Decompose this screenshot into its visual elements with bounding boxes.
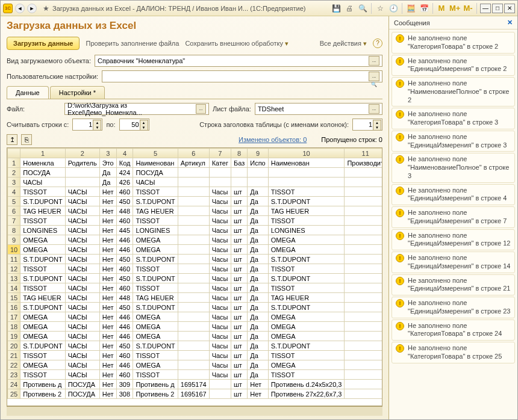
grid-cell[interactable]: LONGINES (268, 226, 345, 235)
grid-cell[interactable]: Часы (209, 303, 231, 312)
print-icon[interactable]: 🖨 (344, 3, 355, 14)
grid-cell[interactable]: 450 (116, 274, 133, 283)
grid-cell[interactable]: TISSOT (268, 264, 345, 274)
grid-cell[interactable] (65, 168, 99, 178)
grid-cell[interactable]: 460 (116, 216, 133, 226)
grid-cell[interactable] (178, 197, 209, 206)
grid-cell[interactable] (345, 274, 382, 283)
grid-cell[interactable]: 446 (116, 332, 133, 341)
grid-cell[interactable]: Часы (209, 226, 231, 235)
grid-cell[interactable]: ЧАСЫ (65, 197, 99, 206)
message-item[interactable]: !Не заполнено поле "ЕдиницаИзмерения" в … (392, 297, 515, 318)
grid-cell[interactable] (345, 380, 382, 389)
grid-cell[interactable]: TISSOT (20, 264, 65, 274)
grid-cell[interactable] (345, 255, 382, 264)
grid-col-num[interactable]: 5 (133, 149, 178, 158)
grid-cell[interactable]: 1695174 (178, 380, 209, 389)
grid-row-header[interactable]: 17 (8, 312, 20, 322)
grid-cell[interactable]: Да (248, 370, 268, 380)
grid-cell[interactable]: ЧАСЫ (65, 322, 99, 332)
nav-fwd-button[interactable]: ► (27, 4, 37, 13)
grid-cell[interactable]: Да (248, 255, 268, 264)
grid-cell[interactable]: S.T.DUPONT (133, 303, 178, 312)
grid-cell[interactable]: Нет (99, 245, 116, 255)
grid-row-header[interactable]: 21 (8, 351, 20, 360)
grid-cell[interactable] (178, 322, 209, 332)
grid-header-cell[interactable]: Катег (209, 158, 231, 168)
grid-row-header[interactable]: 9 (8, 235, 20, 245)
grid-cell[interactable]: TISSOT (268, 187, 345, 197)
grid-cell[interactable]: Нет (99, 332, 116, 341)
grid-cell[interactable]: TAG HEUER (133, 206, 178, 216)
grid-cell[interactable]: Нет (99, 312, 116, 322)
grid-header-cell[interactable]: Испо (248, 158, 268, 168)
grid-cell[interactable]: S.T.DUPONT (20, 341, 65, 351)
grid-col-num[interactable]: 4 (116, 149, 133, 158)
tab-settings[interactable]: Настройки * (50, 86, 105, 99)
grid-cell[interactable]: ЧАСЫ (65, 351, 99, 360)
grid-cell[interactable]: ЧАСЫ (65, 312, 99, 322)
grid-cell[interactable]: TISSOT (20, 370, 65, 380)
grid-cell[interactable] (345, 303, 382, 312)
grid-cell[interactable]: Да (248, 322, 268, 332)
grid-cell[interactable]: шт (231, 370, 247, 380)
grid-cell[interactable]: шт (231, 351, 247, 360)
save-processing-button[interactable]: Сохранить внешнюю обработку (185, 40, 289, 48)
grid-cell[interactable] (248, 178, 268, 187)
grid-cell[interactable]: OMEGA (268, 235, 345, 245)
grid-cell[interactable]: Да (99, 168, 116, 178)
grid-header-cell[interactable]: Наименован (268, 158, 345, 168)
grid-cell[interactable]: 446 (116, 360, 133, 370)
grid-cell[interactable] (248, 168, 268, 178)
grid-cell[interactable]: TAG HEUER (268, 206, 345, 216)
grid-row-header[interactable]: 10 (8, 245, 20, 255)
data-grid[interactable]: 1234567891011121НоменклаРодительЭтоКодНа… (7, 147, 382, 406)
grid-cell[interactable]: S.T.DUPONT (133, 255, 178, 264)
grid-cell[interactable]: 450 (116, 341, 133, 351)
grid-cell[interactable]: S.T.DUPONT (20, 303, 65, 312)
grid-cell[interactable]: TISSOT (133, 216, 178, 226)
grid-cell[interactable]: шт (231, 389, 247, 399)
grid-cell[interactable]: 460 (116, 187, 133, 197)
grid-cell[interactable]: TISSOT (133, 187, 178, 197)
grid-row-header[interactable]: 14 (8, 283, 20, 293)
grid-cell[interactable]: TISSOT (268, 370, 345, 380)
grid-cell[interactable]: OMEGA (20, 235, 65, 245)
grid-cell[interactable]: Нет (248, 380, 268, 389)
message-item[interactable]: !Не заполнено поле "ЕдиницаИзмерения" в … (392, 252, 515, 273)
grid-cell[interactable] (345, 216, 382, 226)
grid-cell[interactable]: Да (248, 341, 268, 351)
calculator-icon[interactable]: 🧮 (405, 3, 416, 14)
grid-cell[interactable]: Часы (209, 216, 231, 226)
grid-row-header[interactable]: 4 (8, 187, 20, 197)
check-fill-button[interactable]: Проверить заполнение файла (86, 40, 179, 47)
grid-cell[interactable]: шт (231, 293, 247, 303)
grid-row-header[interactable]: 13 (8, 274, 20, 283)
grid-tool-up-icon[interactable]: ↥ (7, 134, 17, 145)
grid-cell[interactable]: Часы (209, 274, 231, 283)
grid-cell[interactable] (178, 226, 209, 235)
calendar-icon[interactable]: 📅 (419, 3, 429, 14)
grid-cell[interactable]: OMEGA (268, 332, 345, 341)
all-actions-button[interactable]: Все действия (320, 40, 367, 48)
grid-cell[interactable]: Да (248, 332, 268, 341)
grid-cell[interactable]: Да (248, 235, 268, 245)
message-item[interactable]: !Не заполнено поле "НаименованиеПолное" … (392, 77, 515, 107)
grid-cell[interactable]: OMEGA (20, 322, 65, 332)
grid-cell[interactable]: TISSOT (20, 216, 65, 226)
grid-col-num[interactable]: 11 (345, 149, 382, 158)
user-settings-input[interactable]: ...🔍 (102, 70, 382, 82)
grid-cell[interactable]: ЧАСЫ (65, 235, 99, 245)
user-settings-picker-button[interactable]: ...🔍 (369, 72, 379, 81)
grid-cell[interactable] (178, 206, 209, 216)
grid-cell[interactable]: TISSOT (268, 216, 345, 226)
grid-cell[interactable] (178, 187, 209, 197)
grid-cell[interactable] (345, 341, 382, 351)
message-item[interactable]: !Не заполнено поле "ЕдиницаИзмерения" в … (392, 206, 515, 228)
grid-cell[interactable]: Противень 2 (20, 389, 65, 399)
grid-row-header[interactable]: 20 (8, 341, 20, 351)
grid-row-header[interactable]: 23 (8, 370, 20, 380)
grid-col-num[interactable]: 1 (20, 149, 65, 158)
grid-cell[interactable] (178, 235, 209, 245)
grid-cell[interactable]: Да (248, 216, 268, 226)
